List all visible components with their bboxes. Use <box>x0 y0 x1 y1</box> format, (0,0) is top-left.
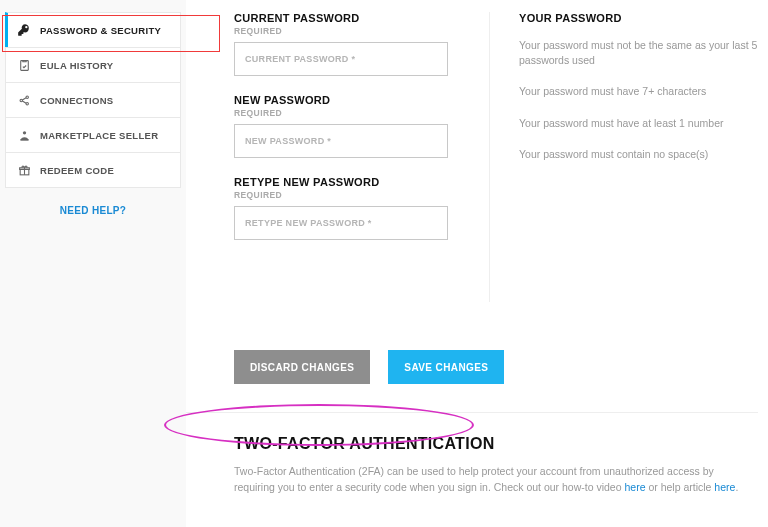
main-content: CURRENT PASSWORD REQUIRED NEW PASSWORD R… <box>186 0 768 527</box>
save-changes-button[interactable]: SAVE CHANGES <box>388 350 504 384</box>
password-rule: Your password must have 7+ characters <box>519 84 758 99</box>
two-factor-section: TWO-FACTOR AUTHENTICATION Two-Factor Aut… <box>234 435 758 496</box>
key-icon <box>16 22 32 38</box>
sidebar-item-label: REDEEM CODE <box>40 165 114 176</box>
required-label: REQUIRED <box>234 190 489 200</box>
seller-icon <box>16 127 32 143</box>
password-rule: Your password must have at least 1 numbe… <box>519 116 758 131</box>
password-rules: YOUR PASSWORD Your password must not be … <box>508 12 758 162</box>
password-rule: Your password must contain no space(s) <box>519 147 758 162</box>
need-help-link[interactable]: NEED HELP? <box>5 187 181 234</box>
sidebar-item-connections[interactable]: CONNECTIONS <box>5 82 181 118</box>
new-password-input[interactable] <box>234 124 448 158</box>
password-rules-title: YOUR PASSWORD <box>519 12 758 24</box>
svg-point-1 <box>20 99 22 101</box>
password-form: CURRENT PASSWORD REQUIRED NEW PASSWORD R… <box>234 12 489 302</box>
retype-password-label: RETYPE NEW PASSWORD <box>234 176 489 188</box>
svg-point-2 <box>26 96 28 98</box>
sidebar-item-marketplace-seller[interactable]: MARKETPLACE SELLER <box>5 117 181 153</box>
svg-point-3 <box>26 102 28 104</box>
retype-password-input[interactable] <box>234 206 448 240</box>
required-label: REQUIRED <box>234 108 489 118</box>
gift-icon <box>16 162 32 178</box>
sidebar-item-label: MARKETPLACE SELLER <box>40 130 158 141</box>
new-password-label: NEW PASSWORD <box>234 94 489 106</box>
sidebar-item-redeem-code[interactable]: REDEEM CODE <box>5 152 181 188</box>
svg-rect-5 <box>20 139 29 140</box>
current-password-label: CURRENT PASSWORD <box>234 12 489 24</box>
sidebar-item-password-security[interactable]: PASSWORD & SECURITY <box>5 12 181 48</box>
password-rule: Your password must not be the same as yo… <box>519 38 758 68</box>
sidebar-item-label: CONNECTIONS <box>40 95 114 106</box>
discard-changes-button[interactable]: DISCARD CHANGES <box>234 350 370 384</box>
sidebar: PASSWORD & SECURITY EULA HISTORY CONNECT… <box>0 0 186 527</box>
howto-video-link[interactable]: here <box>624 481 645 493</box>
required-label: REQUIRED <box>234 26 489 36</box>
two-factor-description: Two-Factor Authentication (2FA) can be u… <box>234 463 744 496</box>
help-article-link[interactable]: here <box>714 481 735 493</box>
section-divider <box>186 412 758 413</box>
sidebar-item-label: EULA HISTORY <box>40 60 113 71</box>
sidebar-item-eula-history[interactable]: EULA HISTORY <box>5 47 181 83</box>
share-icon <box>16 92 32 108</box>
sidebar-item-label: PASSWORD & SECURITY <box>40 25 161 36</box>
current-password-input[interactable] <box>234 42 448 76</box>
two-factor-title: TWO-FACTOR AUTHENTICATION <box>234 435 495 453</box>
svg-point-4 <box>22 131 25 134</box>
clipboard-icon <box>16 57 32 73</box>
